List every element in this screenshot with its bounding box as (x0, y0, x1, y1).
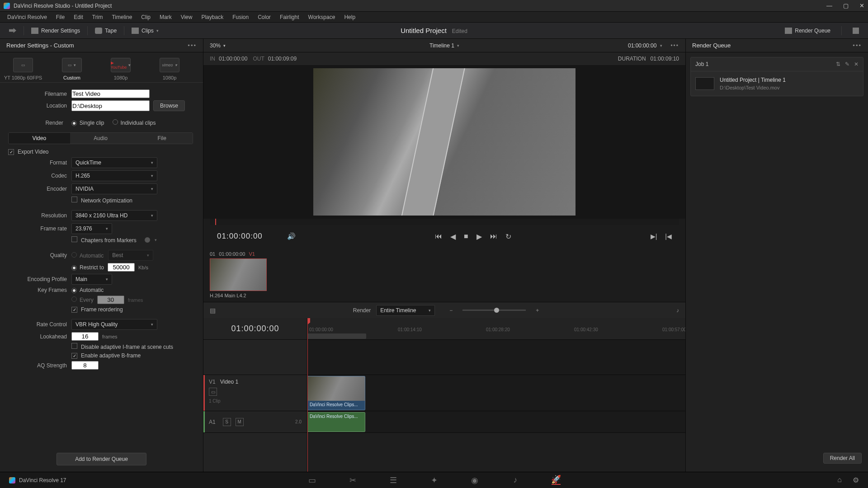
zoom-out-icon[interactable]: − (449, 307, 453, 314)
tape-button[interactable]: Tape (90, 26, 121, 36)
menu-help[interactable]: Help (340, 13, 359, 21)
render-settings-button[interactable]: Render Settings (27, 26, 85, 36)
framerate-select[interactable]: 23.976▾ (71, 223, 112, 234)
menu-playback[interactable]: Playback (198, 13, 227, 21)
location-field[interactable] (71, 100, 150, 111)
video-enable-icon[interactable]: ▭ (209, 388, 217, 396)
job-remote-icon[interactable]: ⇅ (836, 61, 840, 67)
reorder-check[interactable]: Frame reordering (71, 306, 123, 313)
audio-track-header[interactable]: A1 S M 2.0 (203, 411, 307, 433)
menu-color[interactable]: Color (254, 13, 274, 21)
video-track[interactable]: DaVinci Resolve Clips... (307, 375, 685, 411)
job-edit-icon[interactable]: ✎ (845, 61, 849, 67)
render-scope-select[interactable]: Entire Timeline▾ (376, 305, 435, 316)
clips-button[interactable]: Clips▾ (127, 26, 163, 36)
zoom-select[interactable]: 30%▾ (210, 42, 226, 49)
tab-video[interactable]: Video (9, 133, 70, 144)
encprofile-select[interactable]: Main▾ (71, 274, 112, 285)
minimize-icon[interactable]: — (826, 2, 832, 9)
video-clip[interactable]: DaVinci Resolve Clips... (307, 376, 365, 410)
aq-field[interactable] (71, 361, 99, 370)
loop-icon[interactable]: ↻ (505, 232, 511, 241)
viewer-timecode[interactable]: 01:00:00:00 (628, 42, 656, 49)
expand-button[interactable] (848, 26, 863, 36)
audio-track[interactable]: DaVinci Resolve Clips... (307, 411, 685, 433)
encoder-select[interactable]: NVIDIA▾ (71, 183, 157, 194)
menu-mark[interactable]: Mark (156, 13, 175, 21)
preset-yt1080p60[interactable]: ▭YT 1080p 60FPS (4, 58, 42, 80)
job-delete-icon[interactable]: ✕ (854, 61, 859, 67)
render-range[interactable] (307, 333, 366, 339)
menu-davinci[interactable]: DaVinci Resolve (4, 13, 51, 21)
render-all-button[interactable]: Render All (823, 453, 862, 464)
volume-icon[interactable]: 🔊 (287, 232, 296, 240)
browse-button[interactable]: Browse (153, 100, 185, 111)
quick-export-button[interactable] (5, 26, 21, 36)
home-icon[interactable]: ⌂ (837, 476, 842, 484)
netopt-check[interactable]: Network Optimization (71, 197, 132, 204)
render-job[interactable]: Job 1 ⇅ ✎ ✕ Untitled Project | Timeline … (690, 57, 863, 96)
page-deliver[interactable]: 🚀 (552, 476, 561, 485)
page-cut[interactable]: ✂ (348, 476, 357, 485)
zoom-in-icon[interactable]: + (536, 307, 539, 314)
preset-youtube[interactable]: ▶ YouTube▾1080p (101, 58, 140, 80)
format-select[interactable]: QuickTime▾ (71, 157, 157, 168)
viewer[interactable] (203, 65, 685, 219)
preset-twitter[interactable]: 🐦1080p (199, 58, 203, 80)
timeline-ruler[interactable]: 01:00:00:00 01:00:14:10 01:00:28:20 01:0… (307, 318, 685, 340)
page-media[interactable]: ▭ (307, 476, 316, 485)
chapters-check[interactable]: Chapters from Markers (71, 236, 137, 244)
maximize-icon[interactable]: ▢ (843, 2, 849, 9)
page-fusion[interactable]: ✦ (429, 476, 439, 485)
close-icon[interactable]: ✕ (859, 2, 864, 9)
menu-workspace[interactable]: Workspace (305, 13, 339, 21)
prev-frame-icon[interactable]: ◀ (450, 232, 456, 241)
timeline-playhead[interactable] (307, 318, 308, 472)
kbps-field[interactable] (108, 263, 135, 272)
codec-select[interactable]: H.265▾ (71, 170, 157, 181)
resolution-select[interactable]: 3840 x 2160 Ultra HD▾ (71, 210, 157, 221)
panel-menu-icon[interactable]: ••• (188, 42, 197, 49)
ratecontrol-select[interactable]: VBR High Quality▾ (71, 319, 157, 330)
video-track-header[interactable]: V1Video 1 ▭ 1 Clip (203, 375, 307, 411)
timeline-name[interactable]: Timeline 1 (429, 42, 454, 49)
viewer-menu-icon[interactable]: ••• (670, 42, 679, 49)
mute-button[interactable]: M (236, 418, 244, 426)
solo-button[interactable]: S (223, 418, 231, 426)
menu-edit[interactable]: Edit (70, 13, 87, 21)
settings-icon[interactable]: ⚙ (853, 476, 859, 484)
playhead-icon[interactable] (215, 219, 216, 225)
menu-view[interactable]: View (177, 13, 196, 21)
last-frame-icon[interactable]: ⏭ (490, 232, 497, 241)
timeline-view-icon[interactable]: ▤ (210, 307, 216, 314)
lookahead-field[interactable] (71, 332, 99, 341)
add-to-queue-button[interactable]: Add to Render Queue (57, 453, 146, 465)
chapter-color-icon[interactable] (145, 237, 150, 243)
render-queue-button[interactable]: Render Queue (780, 26, 835, 36)
menu-fusion[interactable]: Fusion (229, 13, 252, 21)
quality-auto-radio[interactable]: Automatic (71, 252, 104, 259)
export-video-check[interactable]: Export Video (8, 149, 49, 155)
preset-custom[interactable]: ▭▾Custom (52, 58, 91, 80)
preset-vimeo[interactable]: vimeo▾1080p (150, 58, 189, 80)
stop-icon[interactable]: ■ (464, 232, 468, 241)
play-icon[interactable]: ▶ (476, 232, 482, 241)
individual-clips-radio[interactable]: Individual clips (113, 119, 156, 126)
single-clip-radio[interactable]: Single clip (71, 120, 104, 126)
next-clip-icon[interactable]: ▶| (651, 233, 657, 240)
enable-bframe-check[interactable]: Enable adaptive B-frame (71, 352, 141, 359)
panel-menu-icon[interactable]: ••• (853, 42, 862, 49)
tab-file[interactable]: File (131, 133, 193, 144)
disable-iframe-check[interactable]: Disable adaptive I-frame at scene cuts (71, 343, 173, 350)
filename-field[interactable] (71, 89, 150, 98)
menu-timeline[interactable]: Timeline (108, 13, 136, 21)
page-color[interactable]: ◉ (470, 476, 479, 485)
menu-trim[interactable]: Trim (89, 13, 107, 21)
clip-thumbnail[interactable]: 0101:00:00:00V1 H.264 Main L4.2 (210, 251, 269, 298)
page-edit[interactable]: ☰ (389, 476, 398, 485)
scrub-bar[interactable] (210, 219, 679, 225)
audio-meter-icon[interactable]: ♪ (676, 307, 679, 314)
tab-audio[interactable]: Audio (70, 133, 132, 144)
zoom-slider[interactable] (462, 310, 526, 311)
first-frame-icon[interactable]: ⏮ (435, 232, 442, 241)
